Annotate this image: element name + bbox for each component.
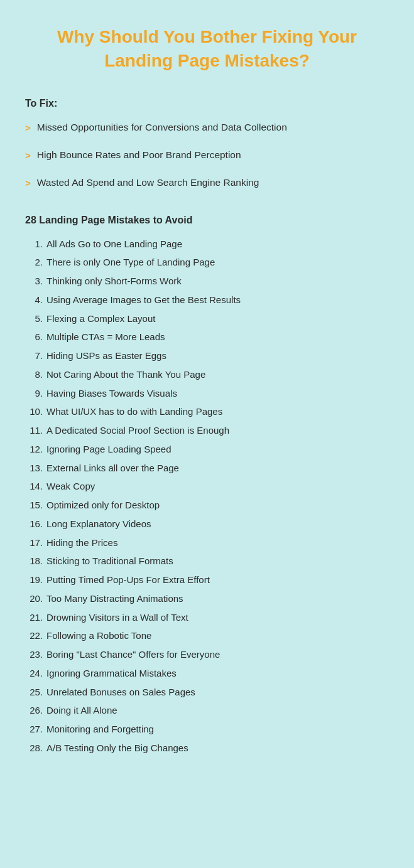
list-item: 5.Flexing a Complex Layout [25,312,389,326]
list-item-text: Drowning Visitors in a Wall of Text [46,611,389,624]
list-item: 19.Putting Timed Pop-Ups For Extra Effor… [25,573,389,587]
list-item-text: Putting Timed Pop-Ups For Extra Effort [46,573,389,587]
list-item-text: Ignoring Page Loading Speed [46,442,389,456]
list-number: 18. [25,554,43,568]
list-item: 8.Not Caring About the Thank You Page [25,368,389,382]
list-number: 24. [25,667,43,680]
list-number: 7. [25,349,43,363]
list-number: 11. [25,424,43,437]
to-fix-section: To Fix: >Missed Opportunities for Conver… [19,98,395,190]
list-number: 1. [25,237,43,251]
list-item-text: All Ads Go to One Landing Page [46,237,389,251]
list-item: 17.Hiding the Prices [25,536,389,550]
list-item-text: There is only One Type of Landing Page [46,255,389,269]
list-item-text: Sticking to Traditional Formats [46,554,389,568]
list-number: 5. [25,312,43,326]
list-item-text: A Dedicated Social Proof Section is Enou… [46,424,389,437]
list-item: 24.Ignoring Grammatical Mistakes [25,667,389,680]
list-item: >Missed Opportunities for Conversions an… [25,121,389,134]
list-number: 21. [25,611,43,624]
list-item: 3.Thinking only Short-Forms Work [25,274,389,288]
list-number: 27. [25,722,43,736]
list-item-text: Not Caring About the Thank You Page [46,368,389,382]
list-item-text: External Links all over the Page [46,461,389,475]
list-item-text: What UI/UX has to do with Landing Pages [46,405,389,419]
list-item: 22.Following a Robotic Tone [25,629,389,643]
list-number: 8. [25,368,43,382]
list-number: 28. [25,741,43,755]
list-number: 6. [25,330,43,344]
list-item-text: Optimized only for Desktop [46,498,389,512]
list-item: 2.There is only One Type of Landing Page [25,255,389,269]
list-number: 22. [25,629,43,643]
list-item-text: A/B Testing Only the Big Changes [46,741,389,755]
list-item: 1.All Ads Go to One Landing Page [25,237,389,251]
list-number: 15. [25,498,43,512]
list-item: 10.What UI/UX has to do with Landing Pag… [25,405,389,419]
list-number: 26. [25,704,43,717]
main-title: Why Should You Bother Fixing Your Landin… [31,25,383,73]
list-item-text: Following a Robotic Tone [46,629,389,643]
list-item: 23.Boring "Last Chance" Offers for Every… [25,648,389,662]
list-item: 13.External Links all over the Page [25,461,389,475]
list-item-text: Thinking only Short-Forms Work [46,274,389,288]
list-item-text: Unrelated Bonuses on Sales Pages [46,685,389,699]
mistakes-title: 28 Landing Page Mistakes to Avoid [25,215,389,226]
chevron-icon: > [25,176,31,190]
list-number: 20. [25,592,43,606]
list-number: 17. [25,536,43,550]
chevron-icon: > [25,121,31,134]
list-item-text: Using Average Images to Get the Best Res… [46,293,389,307]
list-item: 12.Ignoring Page Loading Speed [25,442,389,456]
list-number: 13. [25,461,43,475]
list-item: 16.Long Explanatory Videos [25,517,389,531]
list-item: 27.Monitoring and Forgetting [25,722,389,736]
list-item: >Wasted Ad Spend and Low Search Engine R… [25,176,389,190]
to-fix-list: >Missed Opportunities for Conversions an… [25,121,389,190]
list-item: 14.Weak Copy [25,480,389,493]
list-item-text: Multiple CTAs = More Leads [46,330,389,344]
list-number: 3. [25,274,43,288]
list-item: 4.Using Average Images to Get the Best R… [25,293,389,307]
list-item: >High Bounce Rates and Poor Brand Percep… [25,148,389,162]
list-item-text: Long Explanatory Videos [46,517,389,531]
chevron-icon: > [25,149,31,162]
list-item-text: Having Biases Towards Visuals [46,387,389,400]
list-item-text: Hiding USPs as Easter Eggs [46,349,389,363]
list-number: 25. [25,685,43,699]
list-item: 7.Hiding USPs as Easter Eggs [25,349,389,363]
list-item: 9.Having Biases Towards Visuals [25,387,389,400]
list-number: 12. [25,442,43,456]
list-item-text: Doing it All Alone [46,704,389,717]
list-item-text: Ignoring Grammatical Mistakes [46,667,389,680]
list-item: 21.Drowning Visitors in a Wall of Text [25,611,389,624]
list-number: 9. [25,387,43,400]
list-item: 11.A Dedicated Social Proof Section is E… [25,424,389,437]
to-fix-label: To Fix: [25,98,389,109]
list-item: 28.A/B Testing Only the Big Changes [25,741,389,755]
list-item: 20.Too Many Distracting Animations [25,592,389,606]
list-item: 18.Sticking to Traditional Formats [25,554,389,568]
list-number: 23. [25,648,43,662]
list-item: 6.Multiple CTAs = More Leads [25,330,389,344]
mistakes-section: 28 Landing Page Mistakes to Avoid 1.All … [19,215,395,755]
numbered-list: 1.All Ads Go to One Landing Page2.There … [25,237,389,755]
list-number: 16. [25,517,43,531]
list-number: 14. [25,480,43,493]
list-item-text: Flexing a Complex Layout [46,312,389,326]
list-item-text: Boring "Last Chance" Offers for Everyone [46,648,389,662]
list-item-text: Too Many Distracting Animations [46,592,389,606]
list-number: 10. [25,405,43,419]
list-item-text: Monitoring and Forgetting [46,722,389,736]
list-item: 25.Unrelated Bonuses on Sales Pages [25,685,389,699]
list-number: 2. [25,255,43,269]
title-section: Why Should You Bother Fixing Your Landin… [19,25,395,73]
list-item: 15.Optimized only for Desktop [25,498,389,512]
list-number: 19. [25,573,43,587]
list-number: 4. [25,293,43,307]
list-item-text: Weak Copy [46,480,389,493]
list-item-text: Hiding the Prices [46,536,389,550]
list-item: 26. Doing it All Alone [25,704,389,717]
